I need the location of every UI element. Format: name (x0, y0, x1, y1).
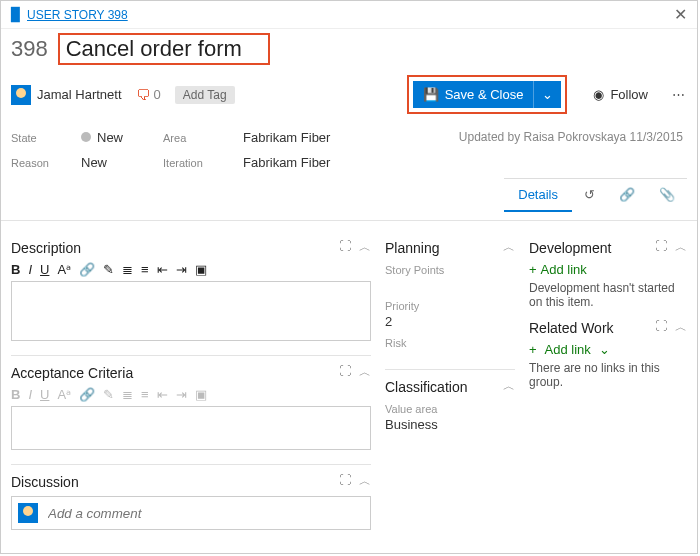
remove-format-button[interactable]: ✎ (103, 387, 114, 402)
value-area-label: Value area (385, 403, 515, 415)
reason-value[interactable]: New (81, 155, 107, 170)
save-highlight: 💾 Save & Close ⌄ (407, 75, 568, 114)
classification-heading: Classification (385, 379, 467, 395)
breadcrumb-link[interactable]: USER STORY 398 (27, 8, 128, 22)
comment-count[interactable]: 🗨 0 (136, 87, 161, 103)
number-list-button[interactable]: ≡ (141, 262, 149, 277)
acceptance-toolbar: B I U Aᵃ 🔗 ✎ ≣ ≡ ⇤ ⇥ ▣ (11, 387, 371, 402)
more-actions-button[interactable]: ⋯ (672, 87, 687, 102)
outdent-button[interactable]: ⇤ (157, 387, 168, 402)
chevron-down-icon: ⌄ (542, 87, 553, 102)
link-button[interactable]: 🔗 (79, 387, 95, 402)
follow-icon: ◉ (593, 87, 604, 102)
iteration-value[interactable]: Fabrikam Fiber (243, 155, 330, 170)
follow-button[interactable]: ◉ Follow (593, 87, 648, 102)
collapse-icon[interactable]: ︿ (359, 364, 371, 381)
expand-icon[interactable]: ⛶ (655, 319, 667, 336)
assignee-field[interactable]: Jamal Hartnett (11, 85, 122, 105)
tab-links[interactable]: 🔗 (607, 179, 647, 212)
risk-label: Risk (385, 337, 515, 349)
tab-attachments[interactable]: 📎 (647, 179, 687, 212)
tab-details[interactable]: Details (504, 179, 572, 212)
save-and-close-button[interactable]: 💾 Save & Close (413, 81, 534, 108)
collapse-icon[interactable]: ︿ (675, 319, 687, 336)
reason-label: Reason (11, 157, 61, 169)
italic-button[interactable]: I (28, 387, 32, 402)
collapse-icon[interactable]: ︿ (503, 239, 515, 256)
italic-button[interactable]: I (28, 262, 32, 277)
state-value[interactable]: New (81, 130, 123, 145)
description-toolbar: B I U Aᵃ 🔗 ✎ ≣ ≡ ⇤ ⇥ ▣ (11, 262, 371, 277)
avatar (18, 503, 38, 523)
work-item-type-icon: ▉ (11, 7, 21, 22)
state-dot-icon (81, 132, 91, 142)
value-area-value[interactable]: Business (385, 417, 515, 432)
work-item-id: 398 (11, 36, 48, 62)
bold-button[interactable]: B (11, 387, 20, 402)
image-button[interactable]: ▣ (195, 387, 207, 402)
expand-icon[interactable]: ⛶ (655, 239, 667, 256)
font-button[interactable]: Aᵃ (57, 387, 71, 402)
avatar (11, 85, 31, 105)
state-label: State (11, 132, 61, 144)
acceptance-heading: Acceptance Criteria (11, 365, 133, 381)
area-label: Area (163, 132, 223, 144)
font-button[interactable]: Aᵃ (57, 262, 71, 277)
image-button[interactable]: ▣ (195, 262, 207, 277)
area-value[interactable]: Fabrikam Fiber (243, 130, 330, 145)
comment-number: 0 (154, 87, 161, 102)
development-note: Development hasn't started on this item. (529, 281, 687, 309)
assignee-name: Jamal Hartnett (37, 87, 122, 102)
bullet-list-button[interactable]: ≣ (122, 262, 133, 277)
plus-icon: + (529, 262, 537, 277)
development-heading: Development (529, 240, 612, 256)
acceptance-editor[interactable] (11, 406, 371, 450)
description-editor[interactable] (11, 281, 371, 341)
link-button[interactable]: 🔗 (79, 262, 95, 277)
discussion-heading: Discussion (11, 474, 79, 490)
collapse-icon[interactable]: ︿ (359, 239, 371, 256)
related-work-heading: Related Work (529, 320, 614, 336)
bold-button[interactable]: B (11, 262, 20, 277)
underline-button[interactable]: U (40, 387, 49, 402)
indent-button[interactable]: ⇥ (176, 262, 187, 277)
priority-label: Priority (385, 300, 515, 312)
expand-icon[interactable]: ⛶ (339, 364, 351, 381)
updated-by-text: Updated by Raisa Pokrovskaya 11/3/2015 (459, 130, 687, 170)
collapse-icon[interactable]: ︿ (675, 239, 687, 256)
title-input[interactable] (64, 35, 264, 63)
save-dropdown-button[interactable]: ⌄ (533, 81, 561, 108)
outdent-button[interactable]: ⇤ (157, 262, 168, 277)
remove-format-button[interactable]: ✎ (103, 262, 114, 277)
add-tag-button[interactable]: Add Tag (175, 86, 235, 104)
related-add-link[interactable]: + Add link ⌄ (529, 342, 687, 357)
history-icon: ↺ (584, 187, 595, 202)
bullet-list-button[interactable]: ≣ (122, 387, 133, 402)
expand-icon[interactable]: ⛶ (339, 239, 351, 256)
plus-icon: + (529, 342, 537, 357)
collapse-icon[interactable]: ︿ (359, 473, 371, 490)
number-list-button[interactable]: ≡ (141, 387, 149, 402)
related-note: There are no links in this group. (529, 361, 687, 389)
follow-label: Follow (610, 87, 648, 102)
priority-value[interactable]: 2 (385, 314, 515, 329)
chevron-down-icon: ⌄ (599, 342, 610, 357)
discussion-input-wrap (11, 496, 371, 530)
expand-icon[interactable]: ⛶ (339, 473, 351, 490)
underline-button[interactable]: U (40, 262, 49, 277)
title-highlight (58, 33, 270, 65)
close-icon[interactable]: ✕ (674, 5, 687, 24)
save-icon: 💾 (423, 87, 439, 102)
attachment-icon: 📎 (659, 187, 675, 202)
iteration-label: Iteration (163, 157, 223, 169)
development-add-link[interactable]: + Add link (529, 262, 687, 277)
planning-heading: Planning (385, 240, 440, 256)
tab-history[interactable]: ↺ (572, 179, 607, 212)
comment-icon: 🗨 (136, 87, 150, 103)
indent-button[interactable]: ⇥ (176, 387, 187, 402)
discussion-input[interactable] (46, 505, 364, 522)
description-heading: Description (11, 240, 81, 256)
story-points-label: Story Points (385, 264, 515, 276)
link-icon: 🔗 (619, 187, 635, 202)
collapse-icon[interactable]: ︿ (503, 378, 515, 395)
